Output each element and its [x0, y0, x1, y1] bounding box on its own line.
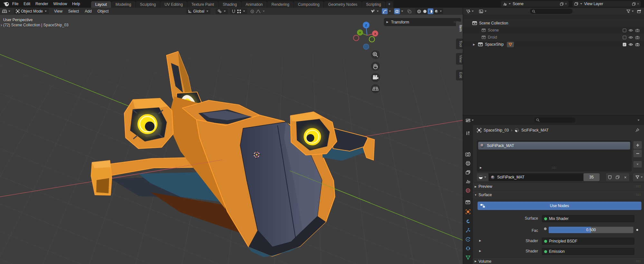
expand-icon[interactable]: ▶: [473, 43, 475, 46]
animate-dot-icon[interactable]: [636, 229, 638, 231]
orientation-dropdown[interactable]: Global: [186, 8, 211, 14]
menu-select[interactable]: Select: [66, 8, 81, 15]
outliner-row-scene[interactable]: Scene: [463, 27, 644, 34]
scene-selector[interactable]: Scene ×: [501, 1, 569, 7]
tab-scene[interactable]: [464, 178, 472, 185]
panel-grip[interactable]: ∷∷: [636, 185, 641, 188]
tab-sculpting[interactable]: Sculpting: [136, 1, 160, 8]
new-material-button[interactable]: [614, 173, 621, 181]
fac-slider[interactable]: 0.500: [549, 227, 633, 233]
chevron-down-icon[interactable]: [638, 120, 639, 121]
show-gizmo-toggle[interactable]: [382, 8, 388, 14]
new-collection-button[interactable]: [637, 9, 641, 14]
show-object-types-button[interactable]: [370, 8, 375, 14]
sidebar-tab-item[interactable]: Item: [456, 22, 463, 35]
menu-help[interactable]: Help: [70, 0, 83, 8]
menu-window[interactable]: Window: [51, 0, 70, 8]
tab-scripting[interactable]: Scripting: [362, 1, 385, 8]
remove-view-layer-icon[interactable]: ×: [637, 2, 639, 6]
list-resize-grip[interactable]: ∷∷: [552, 166, 557, 169]
outliner-filter-button[interactable]: [626, 9, 634, 13]
breadcrumb-material[interactable]: SciFiPack_MAT: [521, 128, 548, 132]
properties-search[interactable]: [534, 117, 575, 123]
transform-panel-header[interactable]: ▶ Transform ∷∷: [384, 18, 461, 26]
mode-dropdown[interactable]: Object Mode: [14, 8, 49, 14]
tab-tool[interactable]: [464, 129, 472, 137]
tab-modeling[interactable]: Modeling: [111, 1, 136, 8]
outliner-search[interactable]: [530, 9, 573, 14]
tab-particles[interactable]: [464, 226, 472, 234]
exclude-checkbox[interactable]: [623, 36, 626, 39]
tab-compositing[interactable]: Compositing: [294, 1, 324, 8]
tab-animation[interactable]: Animation: [242, 1, 267, 8]
shader2-dropdown[interactable]: Emission: [542, 248, 634, 255]
shading-material-button[interactable]: [428, 8, 433, 14]
tab-modifiers[interactable]: [464, 217, 472, 225]
tab-rendering[interactable]: Rendering: [267, 1, 293, 8]
panel-preview[interactable]: ▶ Preview ∷∷: [473, 182, 644, 190]
blender-logo-icon[interactable]: [3, 1, 10, 7]
tab-geometry-nodes[interactable]: Geometry Nodes: [324, 1, 362, 8]
users-count-button[interactable]: 35: [583, 173, 600, 181]
tab-view-layer[interactable]: [464, 168, 472, 176]
pin-icon[interactable]: [635, 128, 639, 132]
new-scene-icon[interactable]: [560, 2, 564, 6]
snap-controls[interactable]: [230, 8, 247, 14]
tab-shading[interactable]: Shading: [219, 1, 241, 8]
pivot-dropdown[interactable]: [216, 8, 228, 14]
tab-texture-paint[interactable]: Texture Paint: [187, 1, 218, 8]
shading-wireframe-button[interactable]: [416, 8, 422, 14]
viewport-3d[interactable]: Z Y X: [0, 15, 463, 264]
exclude-checkbox[interactable]: [623, 29, 626, 32]
menu-file[interactable]: File: [10, 0, 21, 8]
tab-object-data[interactable]: [464, 254, 472, 261]
tab-constraints[interactable]: [464, 244, 472, 252]
eye-icon[interactable]: [629, 43, 633, 46]
gizmo-neg-x[interactable]: [354, 35, 359, 41]
show-overlays-toggle[interactable]: [394, 8, 400, 14]
view-layer-selector[interactable]: View Layer ×: [573, 1, 641, 7]
menu-add[interactable]: Add: [82, 8, 94, 15]
slot-specials-button[interactable]: [633, 161, 642, 168]
tab-output[interactable]: [464, 159, 472, 167]
shader1-dropdown[interactable]: Principled BSDF: [542, 238, 634, 245]
shading-solid-button[interactable]: [422, 8, 428, 14]
fake-user-button[interactable]: [606, 173, 614, 181]
toolbar-expand-arrow[interactable]: ›: [1, 23, 2, 27]
material-slot-list[interactable]: SciFiPack_MAT ▶ ∷∷: [477, 141, 631, 171]
panel-volume[interactable]: ▶ Volume ∷∷: [473, 258, 644, 264]
menu-object[interactable]: Object: [95, 8, 111, 15]
exclude-checkbox[interactable]: ✓: [623, 43, 626, 46]
proportional-editing-controls[interactable]: [249, 8, 267, 14]
tab-uv-editing[interactable]: UV Editing: [160, 1, 187, 8]
camera-icon[interactable]: [635, 29, 639, 32]
tab-layout[interactable]: Layout: [91, 1, 111, 8]
sidebar-tab-tool[interactable]: Tool: [456, 39, 463, 49]
tab-world[interactable]: [464, 187, 472, 194]
browse-material-button[interactable]: [477, 173, 488, 181]
material-name-field[interactable]: SciFiPack_MAT: [488, 173, 583, 181]
panel-grip[interactable]: ∷∷: [636, 260, 641, 263]
tab-object[interactable]: [464, 208, 472, 215]
menu-render[interactable]: Render: [33, 0, 51, 8]
remove-slot-button[interactable]: [633, 150, 642, 157]
material-slot-active[interactable]: SciFiPack_MAT: [478, 142, 630, 150]
panel-grip[interactable]: ∷∷: [636, 193, 641, 196]
gizmo-neg-y[interactable]: [369, 37, 375, 42]
new-view-layer-icon[interactable]: [632, 2, 636, 6]
properties-editor-type-button[interactable]: [466, 118, 474, 123]
shading-rendered-button[interactable]: [433, 8, 439, 14]
xray-toggle[interactable]: [406, 8, 412, 14]
camera-icon[interactable]: [635, 43, 639, 46]
link-material-dropdown[interactable]: [633, 173, 644, 181]
menu-edit[interactable]: Edit: [21, 0, 33, 8]
outliner-row-scene-collection[interactable]: Scene Collection: [463, 20, 644, 27]
add-workspace-button[interactable]: +: [386, 1, 393, 8]
outliner-display-mode-button[interactable]: [479, 9, 487, 14]
tab-collection[interactable]: [464, 198, 472, 206]
surface-shader-dropdown[interactable]: Mix Shader: [542, 215, 634, 222]
use-nodes-button[interactable]: Use Nodes: [478, 202, 641, 210]
menu-view[interactable]: View: [52, 8, 65, 15]
tab-physics[interactable]: [464, 235, 472, 243]
eye-icon[interactable]: [629, 36, 633, 39]
